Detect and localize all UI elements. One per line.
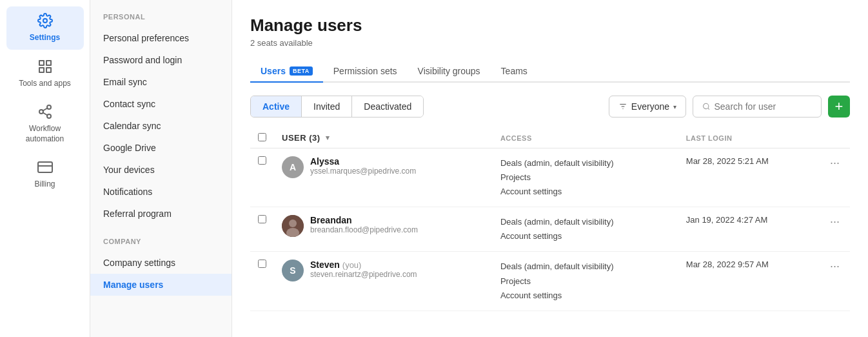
row-checkbox-cell (250, 207, 274, 252)
personal-section-label: PERSONAL (90, 13, 232, 27)
table-row: A Alyssa yssel.marques@pipedrive.com Dea… (250, 148, 850, 207)
page-title: Manage users (250, 15, 850, 36)
nav-item-notifications[interactable]: Notifications (90, 181, 232, 203)
nav-item-google-drive[interactable]: Google Drive (90, 137, 232, 159)
user-info-steven: Steven (you) steven.reinartz@pipedrive.c… (310, 260, 417, 279)
sidebar-item-billing[interactable]: Billing (6, 153, 84, 196)
svg-line-8 (43, 113, 47, 116)
sidebar-item-workflow[interactable]: Workflow automation (6, 97, 84, 150)
filter-row: Active Invited Deactivated Everyone ▾ + (250, 96, 850, 117)
svg-rect-3 (46, 68, 51, 72)
user-cell-alyssa: A Alyssa yssel.marques@pipedrive.com (274, 148, 493, 207)
more-options-alyssa[interactable]: ··· (827, 156, 842, 170)
nav-item-company-settings[interactable]: Company settings (90, 252, 232, 274)
avatar-alyssa: A (282, 156, 304, 178)
table-row: S Steven (you) steven.reinartz@pipedrive… (250, 252, 850, 311)
nav-item-manage-users[interactable]: Manage users (90, 274, 232, 296)
status-filter-group: Active Invited Deactivated (250, 96, 424, 117)
svg-point-0 (43, 19, 47, 23)
actions-cell-breandan: ··· (820, 207, 850, 252)
th-last-login: LAST LOGIN (678, 128, 820, 148)
main-content: Manage users 2 seats available Users BET… (232, 0, 868, 337)
avatar-breandan (282, 215, 304, 237)
user-email-steven: steven.reinartz@pipedrive.com (310, 270, 417, 279)
billing-icon (37, 159, 53, 177)
row-checkbox-cell (250, 252, 274, 311)
th-actions (820, 128, 850, 148)
user-name-breandan: Breandan (310, 215, 418, 225)
more-options-steven[interactable]: ··· (827, 260, 842, 273)
filter-right: Everyone ▾ + (609, 96, 850, 117)
sidebar-item-settings[interactable]: Settings (6, 6, 84, 50)
tabs-row: Users BETA Permission sets Visibility gr… (250, 61, 850, 83)
avatar-steven: S (282, 260, 304, 281)
beta-badge: BETA (290, 66, 313, 76)
select-all-checkbox[interactable] (258, 133, 266, 141)
last-login-alyssa: Mar 28, 2022 5:21 AM (678, 148, 820, 207)
user-name-alyssa: Alyssa (310, 156, 416, 167)
nav-item-your-devices[interactable]: Your devices (90, 159, 232, 181)
filter-invited-btn[interactable]: Invited (301, 96, 351, 117)
user-cell-breandan: Breandan breandan.flood@pipedrive.com (274, 207, 493, 252)
more-options-breandan[interactable]: ··· (827, 215, 842, 229)
settings-label: Settings (30, 33, 60, 43)
table-row: Breandan breandan.flood@pipedrive.com De… (250, 207, 850, 252)
nav-sidebar: PERSONAL Personal preferences Password a… (90, 0, 232, 337)
avatar-image-breandan (282, 215, 304, 237)
sidebar-item-tools[interactable]: Tools and apps (6, 52, 84, 96)
tab-teams-label: Teams (501, 66, 528, 76)
svg-line-16 (708, 108, 709, 109)
tab-visibility-groups[interactable]: Visibility groups (408, 61, 491, 83)
svg-rect-4 (39, 68, 44, 72)
add-user-button[interactable]: + (828, 96, 850, 117)
nav-item-contact-sync[interactable]: Contact sync (90, 93, 232, 115)
filter-icon (618, 102, 627, 111)
everyone-label: Everyone (631, 101, 669, 112)
nav-item-personal-preferences[interactable]: Personal preferences (90, 27, 232, 49)
last-login-breandan: Jan 19, 2022 4:27 AM (678, 207, 820, 252)
tab-visibility-label: Visibility groups (418, 66, 480, 76)
nav-item-email-sync[interactable]: Email sync (90, 71, 232, 93)
svg-rect-2 (46, 61, 51, 65)
chevron-down-icon: ▾ (673, 103, 676, 110)
row-checkbox[interactable] (258, 156, 266, 165)
actions-cell-steven: ··· (820, 252, 850, 311)
row-checkbox[interactable] (258, 260, 266, 268)
everyone-dropdown[interactable]: Everyone ▾ (609, 96, 686, 117)
user-info-alyssa: Alyssa yssel.marques@pipedrive.com (310, 156, 416, 176)
company-section-label: COMPANY (90, 238, 232, 252)
user-info-breandan: Breandan breandan.flood@pipedrive.com (310, 215, 418, 234)
filter-deactivated-btn[interactable]: Deactivated (351, 96, 423, 117)
row-checkbox[interactable] (258, 215, 266, 223)
tools-label: Tools and apps (19, 79, 71, 89)
tab-permission-sets[interactable]: Permission sets (323, 61, 408, 83)
actions-cell-alyssa: ··· (820, 148, 850, 207)
workflow-icon (37, 104, 53, 121)
user-email-alyssa: yssel.marques@pipedrive.com (310, 167, 416, 176)
tab-permission-label: Permission sets (333, 66, 397, 76)
tab-users[interactable]: Users BETA (250, 61, 323, 83)
nav-item-calendar-sync[interactable]: Calendar sync (90, 115, 232, 137)
user-sort-icon[interactable]: ▾ (326, 134, 330, 142)
settings-icon (37, 13, 53, 30)
nav-item-password-login[interactable]: Password and login (90, 49, 232, 71)
nav-item-referral[interactable]: Referral program (90, 203, 232, 225)
filter-active-btn[interactable]: Active (251, 96, 301, 117)
row-checkbox-cell (250, 148, 274, 207)
tab-teams[interactable]: Teams (491, 61, 538, 83)
tools-icon (37, 59, 53, 76)
svg-point-15 (704, 103, 709, 108)
workflow-label: Workflow automation (14, 124, 76, 144)
access-cell-steven: Deals (admin, default visibility) Projec… (493, 252, 678, 311)
user-table: USER (3) ▾ ACCESS LAST LOGIN A (250, 128, 850, 311)
user-name-steven: Steven (you) (310, 260, 417, 270)
access-cell-breandan: Deals (admin, default visibility) Accoun… (493, 207, 678, 252)
th-checkbox (250, 128, 274, 148)
search-box (693, 96, 822, 117)
access-cell-alyssa: Deals (admin, default visibility) Projec… (493, 148, 678, 207)
user-email-breandan: breandan.flood@pipedrive.com (310, 225, 418, 234)
search-input[interactable] (714, 101, 812, 112)
user-cell-steven: S Steven (you) steven.reinartz@pipedrive… (274, 252, 493, 311)
icon-sidebar: Settings Tools and apps Workflow automat… (0, 0, 90, 337)
last-login-steven: Mar 28, 2022 9:57 AM (678, 252, 820, 311)
